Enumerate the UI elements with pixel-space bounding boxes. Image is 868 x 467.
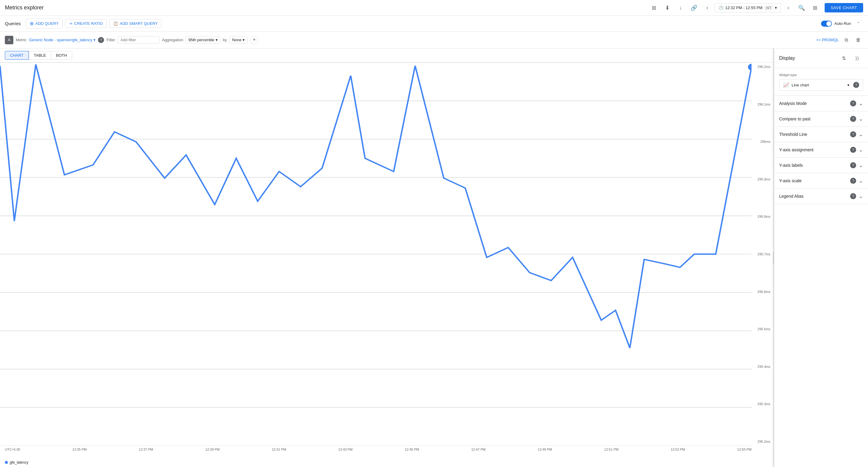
threshold-line-help-icon[interactable]: ? xyxy=(850,131,856,137)
drag-handle-inner xyxy=(773,252,774,264)
copy-query-btn[interactable]: ⧉ xyxy=(841,35,851,45)
section-y-axis-labels[interactable]: Y-axis labels ? ⌄ xyxy=(774,158,868,173)
y-label-5: 295.7ms xyxy=(754,252,770,256)
delete-query-btn[interactable]: 🗑 xyxy=(854,35,863,45)
by-chevron-icon: ▾ xyxy=(243,38,245,42)
add-query-button[interactable]: ⊕ ADD QUERY xyxy=(26,19,63,29)
metric-value: Generic Node - spanner/gfe_latency xyxy=(29,38,92,42)
x-label-10: 12:53 PM xyxy=(671,447,685,451)
legend-label: gfe_latency xyxy=(10,460,28,465)
section-y-axis-scale[interactable]: Y-axis scale ? ⌄ xyxy=(774,173,868,189)
x-label-11: 12:55 PM xyxy=(737,447,751,451)
legend-alias-help-icon[interactable]: ? xyxy=(850,193,856,199)
chart-area: CHART TABLE BOTH 296.2ms 296.1ms 296ms 2… xyxy=(0,49,773,467)
grid-toggle-btn[interactable]: ⊞ xyxy=(809,2,821,14)
chart-svg-area xyxy=(0,62,751,446)
x-label-5: 12:43 PM xyxy=(338,447,352,451)
section-y-axis-assignment-title: Y-axis assignment xyxy=(779,147,850,152)
by-value: None xyxy=(232,38,241,42)
y-label-9: 295.3ms xyxy=(754,402,770,406)
threshold-line-chevron-icon: ⌄ xyxy=(859,131,863,138)
x-label-7: 12:47 PM xyxy=(471,447,486,451)
y-axis: 296.2ms 296.1ms 296ms 295.9ms 295.8ms 29… xyxy=(751,62,773,446)
y-axis-assignment-chevron-icon: ⌄ xyxy=(859,147,863,153)
section-compare-to-past-title: Compare to past xyxy=(779,117,850,121)
filter-input[interactable] xyxy=(120,38,157,42)
smart-query-icon: 📋 xyxy=(113,21,118,26)
tab-table[interactable]: TABLE xyxy=(29,51,51,60)
y-label-0: 296.2ms xyxy=(754,65,770,68)
auto-run-container: Auto-Run ⌃ xyxy=(821,19,863,29)
widget-type-help-icon[interactable]: ? xyxy=(853,82,859,88)
next-btn[interactable]: › xyxy=(782,2,794,14)
collapse-btn[interactable]: ⌃ xyxy=(854,19,863,29)
x-label-2: 12:37 PM xyxy=(139,447,153,451)
plus-icon: ⊕ xyxy=(30,21,34,26)
section-legend-alias[interactable]: Legend Alias ? ⌄ xyxy=(774,189,868,204)
metric-help-icon[interactable]: ? xyxy=(98,37,104,43)
save-chart-button[interactable]: SAVE CHART xyxy=(825,3,863,12)
prev-btn[interactable]: ‹ xyxy=(701,2,713,14)
timezone-badge: IST xyxy=(764,5,773,10)
filter-section[interactable] xyxy=(118,36,159,44)
display-title: Display xyxy=(779,56,838,61)
panel-collapse-btn[interactable]: ⟩⟩ xyxy=(851,52,863,64)
tab-both[interactable]: BOTH xyxy=(51,51,72,60)
download-icon-btn[interactable]: ⬇ xyxy=(661,2,673,14)
add-aggregation-btn[interactable]: + xyxy=(250,36,258,44)
y-label-4: 295.8ms xyxy=(754,215,770,218)
time-range-text: 12:32 PM - 12:55 PM xyxy=(725,5,763,10)
section-y-axis-scale-header[interactable]: Y-axis scale ? ⌄ xyxy=(774,173,868,188)
section-y-axis-labels-header[interactable]: Y-axis labels ? ⌄ xyxy=(774,158,868,173)
display-header: Display ⇅ ⟩⟩ xyxy=(774,49,868,68)
search-icon-btn[interactable]: 🔍 xyxy=(796,2,808,14)
time-range-btn[interactable]: 🕐 12:32 PM - 12:55 PM IST ▾ xyxy=(715,3,781,12)
section-y-axis-assignment[interactable]: Y-axis assignment ? ⌄ xyxy=(774,142,868,158)
panel-expand-btn[interactable]: ⇅ xyxy=(838,52,850,64)
compare-to-past-help-icon[interactable]: ? xyxy=(850,116,856,122)
aggregation-value: 95th percentile xyxy=(188,38,214,42)
queries-bar: Queries ⊕ ADD QUERY ⇒ CREATE RATIO 📋 ADD… xyxy=(0,16,868,32)
chart-legend: gfe_latency xyxy=(0,458,773,467)
section-compare-to-past-header[interactable]: Compare to past ? ⌄ xyxy=(774,111,868,126)
promql-button[interactable]: <> PROMQL xyxy=(816,38,839,42)
x-label-3: 12:39 PM xyxy=(205,447,220,451)
download-icon-btn2[interactable]: ↓ xyxy=(675,2,687,14)
section-compare-to-past[interactable]: Compare to past ? ⌄ xyxy=(774,111,868,127)
widget-type-text: Line chart xyxy=(792,83,845,87)
analysis-mode-help-icon[interactable]: ? xyxy=(850,100,856,106)
x-label-6: 12:45 PM xyxy=(405,447,419,451)
section-y-axis-scale-title: Y-axis scale xyxy=(779,178,850,183)
auto-run-label: Auto-Run xyxy=(834,21,851,26)
metric-select[interactable]: Generic Node - spanner/gfe_latency ▾ xyxy=(29,38,96,42)
aggregation-select[interactable]: 95th percentile ▾ xyxy=(186,36,220,44)
section-legend-alias-header[interactable]: Legend Alias ? ⌄ xyxy=(774,189,868,204)
section-y-axis-assignment-header[interactable]: Y-axis assignment ? ⌄ xyxy=(774,142,868,157)
y-label-3: 295.9ms xyxy=(754,177,770,181)
ratio-icon: ⇒ xyxy=(69,21,72,26)
y-label-10: 295.2ms xyxy=(754,440,770,443)
current-point-dot xyxy=(748,64,751,70)
create-ratio-button[interactable]: ⇒ CREATE RATIO xyxy=(65,19,107,28)
metric-chevron-icon: ▾ xyxy=(93,38,96,42)
y-axis-labels-help-icon[interactable]: ? xyxy=(850,162,856,168)
tab-chart[interactable]: CHART xyxy=(5,51,29,60)
y-axis-assignment-help-icon[interactable]: ? xyxy=(850,147,856,153)
auto-run-toggle[interactable] xyxy=(821,21,832,27)
clock-icon: 🕐 xyxy=(718,5,723,10)
analysis-mode-chevron-icon: ⌄ xyxy=(859,100,863,107)
grid-icon-btn[interactable]: ⊞ xyxy=(648,2,660,14)
link-icon-btn[interactable]: 🔗 xyxy=(688,2,700,14)
query-row-a: A Metric Generic Node - spanner/gfe_late… xyxy=(0,32,868,49)
y-axis-scale-help-icon[interactable]: ? xyxy=(850,178,856,184)
panel-drag-handle[interactable] xyxy=(773,49,774,467)
by-select[interactable]: None ▾ xyxy=(229,36,247,44)
panel-icons: ⇅ ⟩⟩ xyxy=(838,52,863,64)
section-threshold-line-header[interactable]: Threshold Line ? ⌄ xyxy=(774,127,868,142)
section-threshold-line[interactable]: Threshold Line ? ⌄ xyxy=(774,127,868,142)
section-analysis-mode-header[interactable]: Analysis Mode ? ⌄ xyxy=(774,96,868,111)
agg-chevron-icon: ▾ xyxy=(216,38,218,42)
add-smart-query-button[interactable]: 📋 ADD SMART QUERY xyxy=(109,19,162,28)
section-analysis-mode[interactable]: Analysis Mode ? ⌄ xyxy=(774,96,868,111)
widget-type-select[interactable]: 📈 Line chart ▾ ? xyxy=(779,79,863,91)
